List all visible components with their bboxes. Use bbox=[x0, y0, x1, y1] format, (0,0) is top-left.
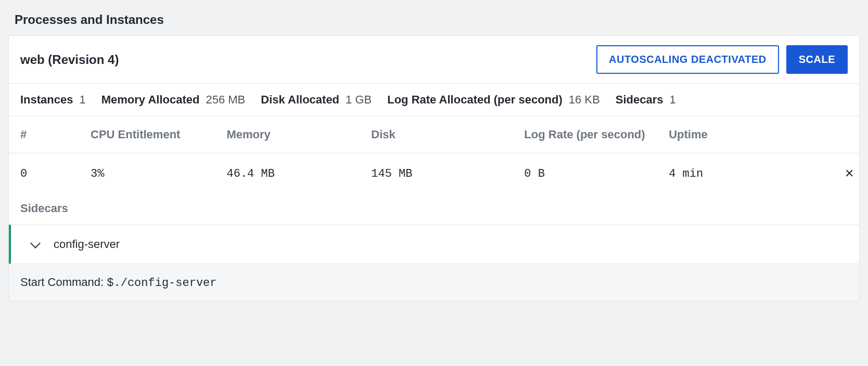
summary-memory: Memory Allocated 256 MB bbox=[101, 93, 246, 107]
start-command-label: Start Command: bbox=[20, 276, 107, 289]
col-lograte: Log Rate (per second) bbox=[519, 116, 663, 153]
sidecars-heading: Sidecars bbox=[9, 194, 859, 225]
summary-label: Log Rate Allocated (per second) bbox=[387, 93, 563, 107]
process-title: web (Revision 4) bbox=[20, 53, 119, 67]
processes-panel: web (Revision 4) AUTOSCALING DEACTIVATED… bbox=[8, 35, 860, 302]
summary-value: 1 bbox=[669, 93, 675, 107]
table-row: 0 3% 46.4 MB 145 MB 0 B 4 min ✕ bbox=[9, 153, 859, 195]
panel-header: web (Revision 4) AUTOSCALING DEACTIVATED… bbox=[9, 36, 859, 84]
summary-label: Disk Allocated bbox=[261, 93, 339, 107]
cell-cpu: 3% bbox=[85, 153, 221, 195]
row-close-button[interactable]: ✕ bbox=[791, 153, 859, 195]
summary-disk: Disk Allocated 1 GB bbox=[261, 93, 372, 107]
autoscaling-button[interactable]: AUTOSCALING DEACTIVATED bbox=[596, 45, 779, 74]
cell-disk: 145 MB bbox=[366, 153, 519, 195]
col-cpu: CPU Entitlement bbox=[85, 116, 221, 153]
summary-value: 16 KB bbox=[569, 93, 600, 107]
start-command-row: Start Command: $./config-server bbox=[9, 264, 859, 301]
summary-row: Instances 1 Memory Allocated 256 MB Disk… bbox=[9, 84, 859, 116]
col-actions bbox=[791, 116, 859, 153]
summary-label: Memory Allocated bbox=[101, 93, 200, 107]
sidecar-row[interactable]: config-server bbox=[9, 225, 859, 264]
col-disk: Disk bbox=[366, 116, 519, 153]
summary-value: 1 bbox=[80, 93, 86, 107]
cell-memory: 46.4 MB bbox=[221, 153, 366, 195]
cell-uptime: 4 min bbox=[663, 153, 791, 195]
summary-value: 256 MB bbox=[206, 93, 245, 107]
scale-button[interactable]: SCALE bbox=[786, 45, 848, 74]
section-title: Processes and Instances bbox=[15, 12, 860, 27]
start-command-value: $./config-server bbox=[107, 277, 216, 290]
close-icon: ✕ bbox=[845, 167, 854, 180]
summary-sidecars: Sidecars 1 bbox=[616, 93, 676, 107]
cell-lograte: 0 B bbox=[519, 153, 663, 195]
summary-label: Instances bbox=[20, 93, 73, 107]
chevron-down-icon bbox=[30, 238, 41, 249]
summary-instances: Instances 1 bbox=[20, 93, 86, 107]
summary-lograte: Log Rate Allocated (per second) 16 KB bbox=[387, 93, 600, 107]
col-uptime: Uptime bbox=[663, 116, 791, 153]
summary-value: 1 GB bbox=[346, 93, 372, 107]
col-index: # bbox=[9, 116, 85, 153]
summary-label: Sidecars bbox=[616, 93, 663, 107]
sidecar-name: config-server bbox=[54, 238, 120, 251]
header-actions: AUTOSCALING DEACTIVATED SCALE bbox=[596, 45, 848, 74]
instances-table: # CPU Entitlement Memory Disk Log Rate (… bbox=[9, 116, 859, 194]
cell-index: 0 bbox=[9, 153, 85, 195]
col-memory: Memory bbox=[221, 116, 366, 153]
